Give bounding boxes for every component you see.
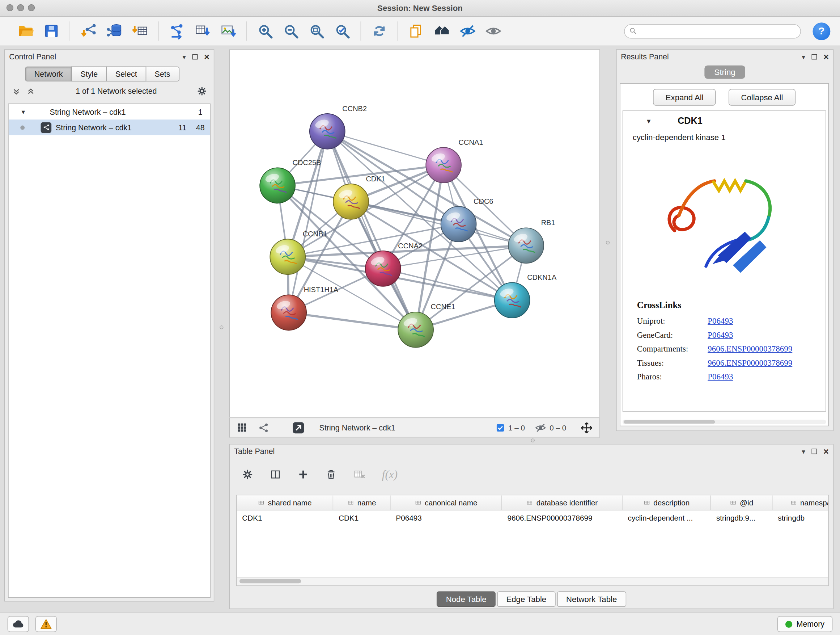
close-panel-icon[interactable]: × bbox=[204, 52, 210, 61]
column-header-canonical-name[interactable]: canonical name bbox=[391, 495, 502, 510]
collapse-panel-icon[interactable]: ▾ bbox=[182, 53, 186, 60]
control-tab-sets[interactable]: Sets bbox=[145, 67, 179, 81]
crosslink-value-link[interactable]: P06493 bbox=[707, 372, 733, 382]
disclosure-triangle-icon[interactable]: ▼ bbox=[20, 109, 26, 115]
close-panel-icon[interactable]: × bbox=[823, 447, 829, 456]
crosslink-value-link[interactable]: P06493 bbox=[707, 317, 733, 326]
network-edge[interactable] bbox=[327, 131, 416, 330]
float-panel-icon[interactable] bbox=[812, 54, 817, 60]
columns-icon[interactable] bbox=[270, 469, 281, 480]
delete-table-icon[interactable] bbox=[353, 468, 366, 481]
zoom-selected-button[interactable] bbox=[331, 20, 354, 42]
network-node-cdkn1a[interactable]: CDKN1A bbox=[494, 273, 557, 318]
column-header-namespac[interactable]: namespac bbox=[772, 495, 829, 510]
close-panel-icon[interactable]: × bbox=[823, 52, 829, 61]
tab-string[interactable]: String bbox=[705, 65, 745, 79]
tab-node-table[interactable]: Node Table bbox=[437, 591, 495, 607]
column-header-name[interactable]: name bbox=[333, 495, 390, 510]
column-header-database-identifier[interactable]: database identifier bbox=[502, 495, 622, 510]
crosslink-value-link[interactable]: P06493 bbox=[707, 330, 733, 340]
gear-icon[interactable] bbox=[242, 469, 254, 480]
scrollbar-thumb[interactable] bbox=[240, 579, 301, 583]
copy-style-button[interactable] bbox=[405, 20, 428, 42]
memory-button[interactable]: Memory bbox=[777, 616, 832, 632]
show-details-button[interactable] bbox=[482, 20, 505, 42]
table-row[interactable]: CDK1CDK1P064939606.ENSP00000378699cyclin… bbox=[237, 510, 829, 525]
table-cell[interactable]: stringdb bbox=[772, 510, 829, 525]
import-table-button[interactable] bbox=[128, 20, 151, 42]
vertical-splitter-handle[interactable] bbox=[606, 241, 609, 244]
table-cell[interactable]: P06493 bbox=[391, 510, 502, 525]
external-link-icon[interactable] bbox=[292, 421, 306, 435]
vertical-splitter-handle[interactable] bbox=[219, 325, 223, 329]
collapse-panel-icon[interactable]: ▾ bbox=[802, 448, 805, 455]
control-tab-style[interactable]: Style bbox=[71, 67, 107, 81]
network-collection-row[interactable]: ▼ String Network – cdk1 1 bbox=[9, 104, 210, 119]
export-network-button[interactable] bbox=[191, 20, 214, 42]
network-node-ccna1[interactable]: CCNA1 bbox=[426, 138, 483, 183]
function-builder-button[interactable]: f(x) bbox=[382, 468, 398, 481]
network-node-hist1h1a[interactable]: HIST1H1A bbox=[271, 286, 339, 330]
network-node-cdk1[interactable]: CDK1 bbox=[333, 175, 385, 219]
network-edge[interactable] bbox=[289, 312, 416, 329]
table-horizontal-scrollbar[interactable] bbox=[237, 578, 828, 585]
table-cell[interactable]: stringdb:9... bbox=[711, 510, 772, 525]
column-header--id[interactable]: @id bbox=[711, 495, 772, 510]
network-edge[interactable] bbox=[327, 131, 444, 165]
network-canvas[interactable]: CCNB2CCNA1CDC25BCDK1CDC6RB1CCNB1CCNA2CDK… bbox=[229, 49, 600, 417]
new-network-button[interactable] bbox=[166, 20, 188, 42]
toolbar-search[interactable] bbox=[624, 24, 801, 38]
network-edge[interactable] bbox=[287, 131, 327, 257]
horizontal-splitter-handle[interactable] bbox=[531, 439, 535, 442]
table-cell[interactable]: CDK1 bbox=[237, 510, 333, 525]
hide-details-button[interactable] bbox=[456, 20, 479, 42]
float-panel-icon[interactable] bbox=[812, 448, 817, 454]
open-session-button[interactable] bbox=[14, 20, 37, 42]
refresh-button[interactable] bbox=[368, 20, 390, 42]
add-column-icon[interactable] bbox=[297, 469, 309, 480]
network-node-ccnb2[interactable]: CCNB2 bbox=[309, 105, 367, 149]
network-row-selected[interactable]: String Network – cdk1 11 48 bbox=[9, 119, 210, 135]
disclosure-triangle-icon[interactable]: ▼ bbox=[645, 117, 652, 125]
gene-header[interactable]: ▼ CDK1 bbox=[623, 111, 826, 131]
control-tab-network[interactable]: Network bbox=[25, 67, 72, 81]
hidden-eye-slash-icon[interactable] bbox=[535, 422, 546, 434]
crosslink-value-link[interactable]: 9606.ENSP00000378699 bbox=[707, 358, 792, 368]
save-session-button[interactable] bbox=[40, 20, 63, 42]
expand-all-button[interactable]: Expand All bbox=[653, 89, 716, 105]
import-network-file-button[interactable] bbox=[77, 20, 99, 42]
control-tab-select[interactable]: Select bbox=[106, 67, 146, 81]
column-header-shared-name[interactable]: shared name bbox=[237, 495, 333, 510]
table-cell[interactable]: 9606.ENSP00000378699 bbox=[502, 510, 622, 525]
collapse-all-icon[interactable] bbox=[11, 86, 21, 96]
selected-checkbox-icon[interactable] bbox=[495, 423, 505, 432]
zoom-out-button[interactable] bbox=[279, 20, 302, 42]
table-cell[interactable]: CDK1 bbox=[333, 510, 390, 525]
warnings-button[interactable] bbox=[35, 616, 57, 632]
results-horizontal-scrollbar[interactable] bbox=[622, 420, 826, 424]
table-cell[interactable]: cyclin-dependent ... bbox=[622, 510, 711, 525]
zoom-in-button[interactable] bbox=[254, 20, 276, 42]
search-input[interactable] bbox=[641, 27, 800, 36]
network-node-ccnb1[interactable]: CCNB1 bbox=[270, 230, 327, 274]
tab-edge-table[interactable]: Edge Table bbox=[497, 591, 555, 607]
houses-button[interactable] bbox=[431, 20, 453, 42]
scrollbar-thumb[interactable] bbox=[624, 420, 715, 424]
export-image-button[interactable] bbox=[217, 20, 240, 42]
zoom-fit-button[interactable] bbox=[305, 20, 328, 42]
crosslink-value-link[interactable]: 9606.ENSP00000378699 bbox=[707, 344, 792, 354]
gear-icon[interactable] bbox=[196, 86, 207, 97]
grid-view-icon[interactable] bbox=[236, 422, 248, 433]
collapse-panel-icon[interactable]: ▾ bbox=[802, 53, 805, 60]
expand-all-icon[interactable] bbox=[26, 86, 36, 96]
share-nodes-icon[interactable] bbox=[258, 422, 269, 433]
trash-icon[interactable] bbox=[325, 469, 337, 480]
network-graph[interactable]: CCNB2CCNA1CDC25BCDK1CDC6RB1CCNB1CCNA2CDK… bbox=[230, 50, 600, 417]
collapse-all-button[interactable]: Collapse All bbox=[729, 89, 795, 105]
import-network-database-button[interactable] bbox=[103, 20, 125, 42]
tab-network-table[interactable]: Network Table bbox=[557, 591, 626, 607]
float-panel-icon[interactable] bbox=[193, 54, 198, 60]
network-node-rb1[interactable]: RB1 bbox=[508, 219, 555, 263]
network-edge[interactable] bbox=[351, 202, 526, 245]
column-header-description[interactable]: description bbox=[622, 495, 711, 510]
